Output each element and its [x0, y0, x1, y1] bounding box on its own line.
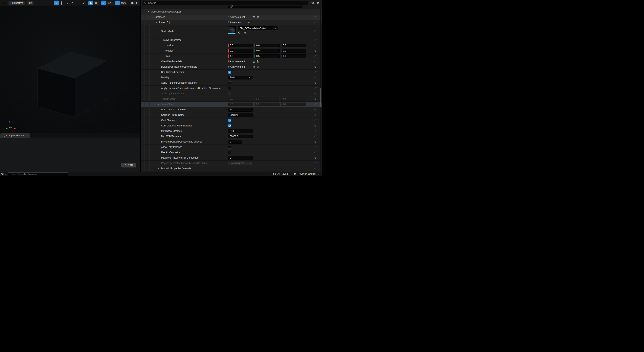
row-allow-lazy-instance[interactable]: Allow Lazy Instance ↺	[141, 144, 322, 150]
row-max-mesh-instance-per-component[interactable]: Max Mesh Instance Per Component 0 ↺	[141, 155, 322, 160]
rotation-snap-toggle-icon[interactable]	[101, 1, 106, 5]
clear-array-icon[interactable]	[256, 66, 259, 68]
row-use-batched-collision[interactable]: Use Batched Collision ↺	[141, 70, 322, 75]
revert-to-default-icon[interactable]: ↺	[314, 21, 316, 24]
static-mesh-thumbnail[interactable]	[228, 26, 236, 34]
revert-to-default-icon[interactable]: ↺	[314, 167, 316, 170]
location-x-field[interactable]: 0.0	[228, 44, 253, 47]
revert-to-default-icon[interactable]: ↺	[314, 98, 316, 100]
location-z-field[interactable]: 0.0	[281, 44, 306, 47]
revert-to-default-icon[interactable]: ↺	[314, 39, 316, 42]
max-draw-distance-field[interactable]: -1.0	[228, 129, 253, 133]
scale-tool-icon[interactable]	[70, 1, 74, 5]
revert-to-default-icon[interactable]: ↺	[314, 156, 316, 159]
expander-icon[interactable]: ▾	[152, 16, 155, 18]
expander-icon[interactable]: ▾	[148, 11, 151, 13]
rotation-x-field[interactable]: 0.0	[228, 49, 253, 53]
revert-to-default-icon[interactable]: ↺	[314, 44, 316, 47]
scale-snap-toggle-icon[interactable]	[115, 1, 120, 5]
camera-speed-button[interactable]: 1	[130, 1, 139, 5]
checkbox[interactable]	[228, 82, 231, 84]
surface-snap-icon[interactable]	[76, 1, 81, 5]
checkbox[interactable]	[228, 146, 231, 149]
revert-to-default-icon[interactable]: ↺	[314, 146, 316, 148]
settings-gear-icon[interactable]: ⚙	[316, 1, 320, 5]
search-box[interactable]	[143, 1, 308, 5]
close-tab-icon[interactable]: ×	[26, 134, 28, 137]
revert-to-default-icon[interactable]: ↺	[314, 66, 316, 68]
add-array-element-icon[interactable]: ⊕	[253, 60, 255, 63]
expander-icon[interactable]: ▾	[158, 39, 161, 41]
row-apply-random-offset-on-instance[interactable]: Apply Random Offset on Instance ↺	[141, 80, 322, 86]
revert-to-default-icon[interactable]: ↺	[314, 87, 316, 90]
select-tool-icon[interactable]	[54, 1, 59, 5]
row-index-0[interactable]: ▾ Index [ 0 ] 23 members ↺	[141, 20, 322, 25]
scale-snap-value[interactable]: 0.25	[120, 1, 127, 5]
add-array-element-icon[interactable]: ⊕	[253, 16, 255, 19]
scrollbar-thumb[interactable]	[320, 88, 321, 108]
rotation-y-field[interactable]: 0.0	[254, 49, 280, 53]
row-abstract-instance-data-object[interactable]: ▾ AbstractInstanceDataObject	[141, 9, 322, 14]
checkbox[interactable]	[228, 119, 231, 122]
row-instances[interactable]: ▾ Instances 1 Array element ⊕ ↺	[141, 14, 322, 20]
row-max-draw-distance[interactable]: Max Draw Distance -1.0 ↺	[141, 128, 322, 134]
row-max-wpo-distance[interactable]: Max WPODistance 50000.0 ↺	[141, 134, 322, 139]
revision-control-button[interactable]: Revision Control	[290, 172, 322, 176]
console-command-box[interactable]	[8, 172, 68, 176]
velocity-writes-field[interactable]: 0	[228, 140, 242, 144]
revert-to-default-icon[interactable]: ↺	[314, 140, 316, 143]
browse-to-asset-icon[interactable]	[243, 32, 246, 34]
expander-icon[interactable]: ▸	[158, 98, 161, 100]
console-drawer-button[interactable]: nd	[0, 173, 8, 176]
revert-to-default-icon[interactable]: ↺	[314, 49, 316, 52]
row-apply-random-scale-on-instances[interactable]: Apply Random Scale on Instances Based on…	[141, 86, 322, 91]
grid-snap-toggle-icon[interactable]	[88, 1, 93, 5]
vertex-snap-icon[interactable]	[82, 1, 86, 5]
scale-y-field[interactable]: 0.5	[254, 54, 280, 58]
tab-compiler-results[interactable]: Compiler Results ×	[0, 134, 30, 138]
checkbox[interactable]	[228, 71, 231, 74]
num-custom-data-floats-field[interactable]: 20	[228, 108, 253, 112]
revert-to-default-icon[interactable]: ↺	[314, 55, 316, 58]
revert-to-default-icon[interactable]: ↺	[314, 30, 316, 33]
revert-to-default-icon[interactable]: ↺	[314, 130, 316, 132]
clear-array-icon[interactable]	[256, 60, 259, 63]
max-mesh-instance-field[interactable]: 0	[228, 156, 253, 160]
static-mesh-dropdown[interactable]: SM_CCFoundation8x8x4	[238, 26, 278, 30]
checkbox[interactable]	[228, 124, 231, 127]
use-selected-asset-icon[interactable]	[238, 31, 241, 34]
scale-x-field[interactable]: 1.0	[228, 54, 253, 58]
mobility-dropdown[interactable]: Static	[228, 76, 253, 80]
row-rotation[interactable]: Rotation 0.0 0.0 0.0 ↺	[141, 48, 322, 54]
collision-profile-name-field[interactable]: BlockAll	[228, 113, 253, 117]
revert-to-default-icon[interactable]: ↺	[314, 151, 316, 154]
revert-to-default-icon[interactable]: ↺	[314, 103, 316, 106]
row-static-mesh[interactable]: Static Mesh SM_CCFoundation8x8x4 ↺	[141, 25, 322, 38]
viewport-3d[interactable]: Y X	[0, 6, 140, 133]
revert-to-default-icon[interactable]: ↺	[314, 71, 316, 74]
row-num-custom-data-floats[interactable]: Num Custom Data Floats 20 ↺	[141, 107, 322, 112]
row-overriden-materials[interactable]: Overriden Materials 0 Array element ⊕ ↺	[141, 59, 322, 64]
row-relative-transform[interactable]: ▾ Relative Transform ↺	[141, 38, 322, 43]
revert-to-default-icon[interactable]: ↺	[314, 119, 316, 122]
revert-to-default-icon[interactable]: ↺	[314, 108, 316, 111]
perspective-button[interactable]: Perspective	[8, 1, 25, 5]
revert-to-default-icon[interactable]: ↺	[314, 16, 316, 18]
grid-snap-value[interactable]: 10	[93, 1, 99, 5]
row-scale[interactable]: Scale 1.0 0.5 1.0 ↺	[141, 54, 322, 59]
row-mobility[interactable]: Mobility Static ↺	[141, 75, 322, 80]
clipped-widget[interactable]	[228, 6, 302, 8]
expander-icon[interactable]: ▸	[158, 103, 161, 105]
location-y-field[interactable]: 0.0	[254, 44, 280, 47]
rotate-tool-icon[interactable]	[64, 1, 69, 5]
clear-button[interactable]: CLEAR	[121, 163, 136, 168]
viewport-menu-icon[interactable]	[2, 1, 6, 5]
all-saved-button[interactable]: All Saved	[270, 172, 290, 176]
rotation-snap-value[interactable]: 10°	[106, 1, 112, 5]
revert-to-default-icon[interactable]: ↺	[314, 162, 316, 164]
chevron-down-icon[interactable]	[248, 22, 250, 24]
console-command-input[interactable]	[10, 173, 66, 176]
row-cast-shadows[interactable]: Cast Shadows ↺	[141, 118, 322, 123]
add-array-element-icon[interactable]: ⊕	[253, 66, 255, 68]
revert-to-default-icon[interactable]: ↺	[314, 114, 316, 116]
